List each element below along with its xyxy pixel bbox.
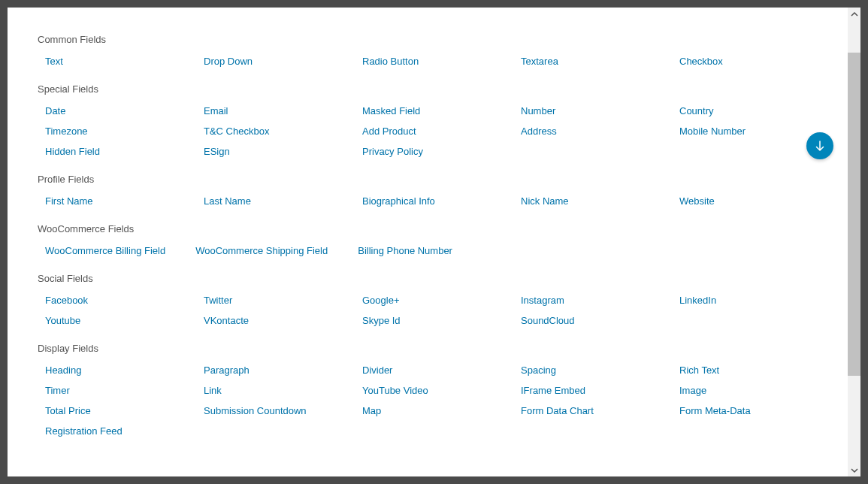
field-link[interactable]: Timezone [45, 126, 196, 137]
field-link[interactable]: Country [679, 105, 830, 116]
field-grid: Heading Paragraph Divider Spacing Rich T… [38, 365, 830, 437]
field-link[interactable]: Youtube [45, 315, 196, 326]
field-link[interactable]: Privacy Policy [362, 146, 513, 157]
section-social-fields: Social Fields Facebook Twitter Google+ I… [38, 273, 830, 326]
section-header: Common Fields [38, 34, 830, 45]
field-link[interactable]: Submission Countdown [204, 405, 355, 416]
field-link[interactable]: LinkedIn [679, 295, 830, 306]
field-link[interactable]: First Name [45, 195, 196, 207]
field-grid: Text Drop Down Radio Button Textarea Che… [38, 56, 830, 67]
field-grid: Facebook Twitter Google+ Instagram Linke… [38, 295, 830, 326]
field-link[interactable]: Spacing [521, 365, 672, 376]
field-link[interactable]: Divider [362, 365, 513, 376]
scrollbar-track[interactable] [848, 8, 860, 476]
field-grid: WooCommerce Billing Field WooCommerce Sh… [38, 245, 830, 256]
field-link[interactable]: Facebook [45, 295, 196, 306]
field-link[interactable]: Masked Field [362, 105, 513, 116]
field-link[interactable]: Text [45, 56, 196, 67]
section-common-fields: Common Fields Text Drop Down Radio Butto… [38, 34, 830, 67]
field-link[interactable]: WooCommerce Billing Field [45, 245, 165, 256]
section-profile-fields: Profile Fields First Name Last Name Biog… [38, 174, 830, 207]
scrollbar-thumb[interactable] [848, 53, 860, 376]
field-link[interactable]: Total Price [45, 405, 196, 416]
scroll-up-arrow-icon[interactable] [848, 8, 860, 20]
field-link[interactable]: Email [204, 105, 355, 116]
section-header: Profile Fields [38, 174, 830, 185]
scroll-down-button[interactable] [806, 132, 833, 159]
section-special-fields: Special Fields Date Email Masked Field N… [38, 83, 830, 157]
field-link[interactable]: Form Meta-Data [679, 405, 830, 416]
section-woocommerce-fields: WooCommerce Fields WooCommerce Billing F… [38, 223, 830, 256]
scroll-down-arrow-icon[interactable] [848, 464, 860, 476]
field-link[interactable]: Checkbox [679, 56, 830, 67]
field-link[interactable]: IFrame Embed [521, 385, 672, 396]
modal-content: Common Fields Text Drop Down Radio Butto… [8, 8, 860, 476]
field-link[interactable]: Google+ [362, 295, 513, 306]
field-link[interactable]: ESign [204, 146, 355, 157]
field-link[interactable]: Form Data Chart [521, 405, 672, 416]
field-link[interactable]: Biographical Info [362, 195, 513, 207]
field-link[interactable]: Heading [45, 365, 196, 376]
field-link[interactable]: Address [521, 126, 672, 137]
field-link[interactable]: Skype Id [362, 315, 513, 326]
field-link[interactable]: Number [521, 105, 672, 116]
field-link[interactable]: Last Name [204, 195, 355, 207]
field-link[interactable]: Instagram [521, 295, 672, 306]
field-link[interactable]: Add Product [362, 126, 513, 137]
field-link[interactable]: Link [204, 385, 355, 396]
field-link[interactable]: Paragraph [204, 365, 355, 376]
field-link[interactable]: Website [679, 195, 830, 207]
section-header: Special Fields [38, 83, 830, 95]
field-link[interactable]: Drop Down [204, 56, 355, 67]
fields-picker-modal: Common Fields Text Drop Down Radio Butto… [8, 8, 860, 476]
field-link[interactable]: Nick Name [521, 195, 672, 207]
section-display-fields: Display Fields Heading Paragraph Divider… [38, 343, 830, 437]
arrow-down-icon [813, 139, 827, 153]
field-link[interactable]: Image [679, 385, 830, 396]
field-link[interactable]: Mobile Number [679, 126, 830, 137]
section-header: Social Fields [38, 273, 830, 284]
field-link[interactable]: Registration Feed [45, 425, 196, 437]
field-link[interactable]: Twitter [204, 295, 355, 306]
field-link[interactable]: Textarea [521, 56, 672, 67]
field-link[interactable]: Rich Text [679, 365, 830, 376]
field-grid: First Name Last Name Biographical Info N… [38, 195, 830, 207]
section-header: WooCommerce Fields [38, 223, 830, 234]
field-link[interactable]: WooCommerce Shipping Field [195, 245, 328, 256]
field-link[interactable]: T&C Checkbox [204, 126, 355, 137]
field-link[interactable]: Date [45, 105, 196, 116]
field-grid: Date Email Masked Field Number Country T… [38, 105, 830, 157]
field-link[interactable]: Timer [45, 385, 196, 396]
field-link[interactable]: Hidden Field [45, 146, 196, 157]
field-link[interactable]: Radio Button [362, 56, 513, 67]
field-link[interactable]: YouTube Video [362, 385, 513, 396]
field-link[interactable]: SoundCloud [521, 315, 672, 326]
section-header: Display Fields [38, 343, 830, 354]
field-link[interactable]: Map [362, 405, 513, 416]
field-link[interactable]: VKontacte [204, 315, 355, 326]
field-link[interactable]: Billing Phone Number [358, 245, 452, 256]
